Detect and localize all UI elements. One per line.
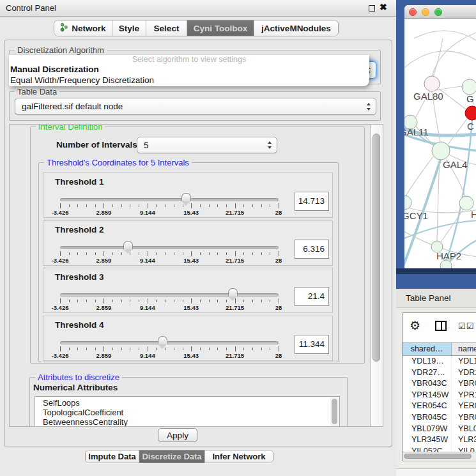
- tab-style[interactable]: Style: [112, 20, 146, 36]
- tick-mark: [104, 203, 104, 208]
- close-icon[interactable]: ✖: [380, 2, 387, 12]
- table-data-combo[interactable]: galFiltered.sif default node: [15, 98, 376, 115]
- gear-icon[interactable]: ⚙: [410, 318, 420, 333]
- table-header-name[interactable]: name: [452, 343, 476, 355]
- network-node-g[interactable]: [462, 79, 476, 95]
- cell-name: YER0: [452, 401, 476, 412]
- columns-icon[interactable]: [435, 321, 447, 331]
- settings-scrollbar[interactable]: [370, 125, 383, 427]
- table-row[interactable]: YPR145WYPR1: [403, 390, 476, 401]
- slider-track[interactable]: [60, 293, 279, 296]
- tick-mark: [148, 251, 148, 256]
- tick-mark: [279, 203, 279, 208]
- dropdown-option-equal-width[interactable]: Equal Width/Frequency Discretization: [9, 75, 369, 86]
- attribute-list-item[interactable]: TopologicalCoefficient: [43, 408, 339, 418]
- threshold-row-3: Threshold 3-3.4262.8599.14415.4321.71528…: [43, 268, 333, 313]
- cell-shared-name: YDL19…: [403, 356, 452, 367]
- table-row[interactable]: YBL079WYBL0: [403, 424, 476, 435]
- tab-network[interactable]: Network: [54, 20, 112, 36]
- tab-jactivemnodules[interactable]: jActiveMNodules: [254, 20, 338, 36]
- float-icon[interactable]: [369, 5, 375, 12]
- tick-mark: [226, 204, 227, 207]
- table-row[interactable]: YDL19…YDL1: [403, 356, 476, 367]
- cell-shared-name: YIL052C: [403, 446, 452, 452]
- table-row[interactable]: YER054CYER0: [403, 401, 476, 412]
- slider-track[interactable]: [60, 341, 279, 344]
- node-label-gal4: GAL4: [443, 159, 467, 170]
- threshold-value-field[interactable]: 11.344: [295, 335, 329, 354]
- network-node-h[interactable]: [459, 196, 473, 210]
- scale-tick-label: 21.715: [226, 209, 244, 216]
- zoom-traffic-light-icon[interactable]: [434, 8, 442, 16]
- tick-mark: [243, 348, 244, 350]
- tick-mark: [86, 300, 87, 302]
- network-view-window: GAL80GCGAL11GAL4GCY1HHAP2: [404, 5, 476, 268]
- tick-mark: [209, 252, 210, 255]
- scale-tick-label: -3.426: [52, 304, 69, 311]
- table-horizontal-scrollbar-thumb[interactable]: [404, 454, 472, 459]
- slider-track[interactable]: [60, 198, 279, 201]
- attributes-list-scrollbar[interactable]: [330, 397, 339, 427]
- settings-scrollbar-thumb[interactable]: [372, 134, 380, 362]
- tab-label: Infer Network: [212, 452, 265, 461]
- table-row[interactable]: YBR043CYBR0: [403, 378, 476, 390]
- tab-select[interactable]: Select: [146, 20, 187, 36]
- attributes-group: Attributes to discretize Numerical Attri…: [29, 377, 348, 427]
- network-node-gcy1[interactable]: [404, 196, 411, 210]
- select-columns-icons[interactable]: ☑☑: [458, 321, 474, 331]
- cell-name: YBR0: [452, 412, 476, 424]
- network-node-gal4[interactable]: [432, 142, 450, 160]
- tick-mark: [200, 300, 201, 302]
- scale-tick-label: 15.43: [183, 209, 199, 216]
- scale-tick-label: 28: [275, 209, 282, 216]
- tick-mark: [209, 348, 210, 350]
- network-canvas[interactable]: GAL80GCGAL11GAL4GCY1HHAP2: [404, 19, 476, 268]
- network-edge[interactable]: [414, 31, 476, 42]
- apply-button[interactable]: Apply: [158, 428, 197, 442]
- table-panel-title: Table Panel: [406, 289, 451, 307]
- tab-impute-data[interactable]: Impute Data: [86, 450, 139, 463]
- table-row[interactable]: YIL052CYIL0: [403, 446, 476, 452]
- network-node-c[interactable]: [465, 106, 476, 120]
- close-traffic-light-icon[interactable]: [409, 8, 417, 16]
- network-edge[interactable]: [404, 51, 476, 70]
- interval-definition-label: Interval Definition: [36, 124, 105, 132]
- number-of-intervals-combo[interactable]: 5: [137, 137, 277, 153]
- tick-mark: [252, 252, 253, 255]
- network-edge[interactable]: [432, 32, 476, 77]
- node-label-gal80: GAL80: [413, 91, 443, 102]
- tick-mark: [69, 204, 70, 207]
- dropdown-option-manual[interactable]: Manual Discretization: [9, 64, 369, 75]
- tick-mark: [235, 203, 236, 208]
- table-row[interactable]: YLR345WYLR3: [403, 434, 476, 446]
- threshold-value-field[interactable]: 6.316: [295, 240, 329, 259]
- table-panel-titlebar: Table Panel: [396, 289, 476, 308]
- tab-infer-network[interactable]: Infer Network: [205, 450, 273, 463]
- table-header-row: shared… name: [403, 342, 476, 356]
- network-edge[interactable]: [448, 119, 467, 144]
- table-row[interactable]: YDR27…YDR2: [403, 367, 476, 379]
- table-horizontal-scrollbar[interactable]: [403, 452, 476, 460]
- slider-scale-labels: -3.4262.8599.14415.4321.71528: [60, 352, 279, 360]
- threshold-label: Threshold 2: [55, 225, 104, 234]
- scale-tick-label: 9.144: [140, 304, 155, 311]
- table-row[interactable]: YBR045CYBR0: [403, 412, 476, 424]
- minimize-traffic-light-icon[interactable]: [422, 8, 429, 16]
- scale-tick-label: 2.859: [96, 209, 112, 216]
- attribute-list-item[interactable]: BetweennessCentrality: [43, 418, 339, 427]
- tab-cyni-toolbox[interactable]: Cyni Toolbox: [187, 20, 254, 36]
- attributes-group-label: Attributes to discretize: [35, 372, 122, 382]
- top-tab-bar: NetworkStyleSelectCyni ToolboxjActiveMNo…: [54, 20, 339, 36]
- table-header-shared-name[interactable]: shared…: [403, 343, 452, 355]
- tab-discretize-data[interactable]: Discretize Data: [139, 450, 205, 463]
- tick-mark: [217, 252, 218, 255]
- attribute-list-item[interactable]: SelfLoops: [43, 399, 339, 408]
- tick-mark: [183, 204, 183, 207]
- slider-track[interactable]: [60, 246, 279, 249]
- tick-mark: [139, 348, 139, 350]
- tick-mark: [174, 300, 174, 302]
- threshold-value-field[interactable]: 14.713: [295, 192, 329, 211]
- node-table-card: ⚙ ☑☑ shared… name YDL19…YDL1YDR27…YDR2YB…: [402, 312, 476, 461]
- network-node-gal80[interactable]: [424, 76, 440, 91]
- threshold-value-field[interactable]: 21.4: [295, 287, 329, 306]
